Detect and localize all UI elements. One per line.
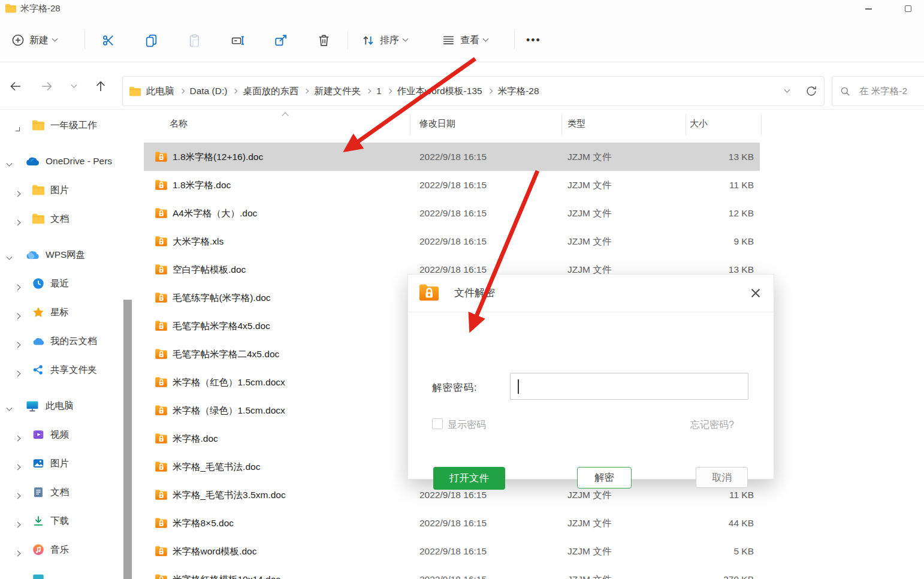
sidebar-item[interactable] — [0, 564, 134, 579]
sidebar-item-label: 星标 — [50, 298, 69, 327]
column-header-date[interactable]: 修改日期 — [419, 118, 455, 129]
cut-button[interactable] — [101, 18, 116, 62]
file-row[interactable]: 1.8米字格.doc 2022/9/18 16:15 JZJM 文件 11 KB — [144, 171, 760, 199]
search-input[interactable]: 在 米字格-2 — [859, 85, 907, 98]
maximize-button[interactable] — [894, 0, 922, 17]
breadcrumb-item[interactable]: 米字格-28 — [498, 85, 539, 98]
minimize-button[interactable] — [854, 0, 882, 17]
breadcrumb-separator-icon — [304, 89, 309, 94]
sidebar-item[interactable]: 下载 — [0, 506, 134, 535]
forward-button[interactable] — [39, 79, 55, 94]
breadcrumb-item[interactable]: 作业本word模板-135 — [397, 85, 482, 98]
sidebar-item[interactable]: 星标 — [0, 298, 134, 327]
column-divider[interactable] — [410, 114, 410, 135]
sidebar-item[interactable]: 我的云文档 — [0, 327, 134, 355]
column-header-size[interactable]: 大小 — [690, 118, 708, 129]
sidebar-item[interactable]: 图片 — [0, 449, 134, 478]
sidebar-item-label: 视频 — [50, 420, 69, 449]
sidebar-item[interactable]: 视频 — [0, 420, 134, 449]
sidebar-item[interactable]: 文档 — [0, 204, 134, 233]
file-date: 2022/9/18 16:15 — [419, 565, 487, 579]
column-header-name[interactable]: 名称 — [170, 118, 188, 129]
expander-icon[interactable] — [7, 405, 13, 411]
column-divider[interactable] — [761, 114, 762, 135]
sidebar-item[interactable]: 文档 — [0, 478, 134, 506]
sidebar-item[interactable]: WPS网盘 — [0, 240, 134, 269]
sidebar-item[interactable]: OneDrive - Pers — [0, 147, 134, 176]
expander-icon[interactable] — [15, 436, 21, 442]
column-header-type[interactable]: 类型 — [567, 118, 585, 129]
breadcrumb-separator-icon — [386, 89, 391, 94]
file-date: 2022/9/18 16:15 — [419, 509, 487, 537]
locked-file-icon — [155, 291, 168, 304]
breadcrumb-item[interactable]: 新建文件夹 — [314, 85, 361, 98]
file-row[interactable]: 大米字格.xls 2022/9/18 16:15 JZJM 文件 9 KB — [144, 227, 760, 255]
forgot-password-link[interactable]: 忘记密码? — [690, 419, 734, 432]
show-password-checkbox[interactable] — [432, 418, 443, 429]
more-button[interactable]: ••• — [526, 18, 541, 62]
open-file-button[interactable]: 打开文件 — [433, 467, 505, 490]
share-button[interactable] — [273, 18, 288, 62]
column-divider[interactable] — [561, 114, 562, 135]
cancel-button[interactable]: 取消 — [696, 467, 748, 488]
file-size: 379 KB — [670, 565, 754, 579]
view-button[interactable]: 查看 — [441, 18, 488, 62]
sidebar-scrollbar-thumb[interactable] — [123, 300, 132, 579]
back-button[interactable] — [8, 79, 23, 94]
breadcrumb-item[interactable]: 此电脑 — [146, 85, 174, 98]
breadcrumb-item[interactable]: Data (D:) — [190, 86, 228, 96]
refresh-icon[interactable] — [805, 85, 818, 98]
delete-button[interactable] — [316, 18, 331, 62]
sidebar-item[interactable]: 最近 — [0, 269, 134, 298]
expander-icon[interactable] — [7, 254, 13, 260]
locked-file-icon — [155, 432, 168, 445]
expander-icon[interactable] — [15, 551, 21, 557]
file-row[interactable]: A4米字格（大）.doc 2022/9/18 16:15 JZJM 文件 12 … — [144, 199, 760, 227]
sidebar-item[interactable]: 图片 — [0, 176, 134, 204]
expander-icon[interactable] — [15, 493, 21, 499]
address-bar[interactable]: 此电脑 Data (D:) 桌面放的东西 新建文件夹 1 — [122, 76, 825, 106]
chevron-down-icon — [71, 82, 77, 88]
search-box[interactable]: 在 米字格-2 — [832, 76, 924, 106]
column-divider[interactable] — [686, 114, 686, 135]
close-icon[interactable] — [747, 284, 765, 302]
expander-icon[interactable] — [16, 127, 20, 131]
file-type: JZJM 文件 — [567, 143, 611, 171]
file-row[interactable]: 米字格8×5.doc 2022/9/18 16:15 JZJM 文件 44 KB — [144, 509, 760, 537]
expander-icon[interactable] — [7, 161, 13, 167]
breadcrumb-item[interactable]: 桌面放的东西 — [243, 85, 298, 98]
decrypt-button[interactable]: 解密 — [577, 467, 632, 488]
up-button[interactable] — [93, 79, 108, 94]
sidebar-item[interactable]: 一年级工作 — [0, 111, 134, 140]
locked-file-icon — [155, 235, 168, 248]
file-row[interactable]: 米字格word模板.doc 2022/9/18 16:15 JZJM 文件 5 … — [144, 537, 760, 565]
password-input[interactable] — [510, 373, 748, 400]
expander-icon[interactable] — [15, 220, 21, 226]
expander-icon[interactable] — [15, 285, 21, 291]
sidebar-item[interactable]: 此电脑 — [0, 391, 134, 420]
sidebar-item[interactable]: 共享文件夹 — [0, 355, 134, 384]
breadcrumb-separator-icon — [487, 89, 492, 94]
address-dropdown-icon[interactable] — [784, 86, 790, 92]
expander-icon[interactable] — [15, 522, 21, 528]
expander-icon[interactable] — [15, 465, 21, 471]
sort-ascending-icon — [282, 112, 288, 119]
expander-icon[interactable] — [15, 342, 21, 348]
expander-icon[interactable] — [15, 313, 21, 319]
expander-icon[interactable] — [15, 371, 21, 377]
file-row[interactable]: 米字格红格模板10x14.doc 2022/9/18 16:15 JZJM 文件… — [144, 565, 760, 579]
file-size: 13 KB — [670, 143, 754, 171]
sidebar-item-label: 我的云文档 — [50, 327, 97, 355]
sidebar-item[interactable]: 音乐 — [0, 535, 134, 564]
breadcrumb-item[interactable]: 1 — [376, 86, 382, 96]
locked-file-icon — [155, 348, 168, 360]
sort-button[interactable]: 排序 — [361, 18, 407, 62]
new-button[interactable]: 新建 — [11, 18, 57, 62]
file-name: 空白字帖模板.doc — [173, 255, 246, 284]
expander-icon[interactable] — [15, 191, 21, 197]
file-row[interactable]: 1.8米字格(12+16).doc 2022/9/18 16:15 JZJM 文… — [144, 143, 760, 171]
paste-button[interactable] — [187, 18, 202, 62]
rename-button[interactable] — [230, 18, 245, 62]
recent-locations-button[interactable] — [66, 79, 81, 94]
copy-button[interactable] — [144, 18, 159, 62]
